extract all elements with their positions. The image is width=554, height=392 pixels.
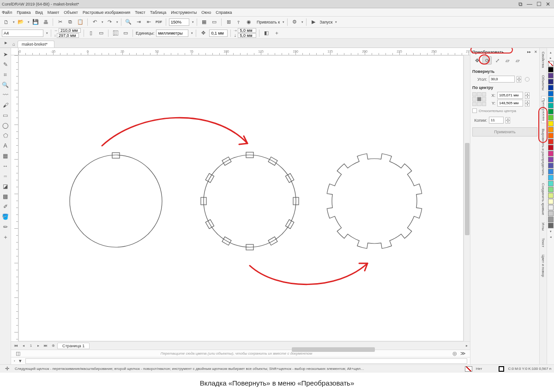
menu-tools[interactable]: Инструменты — [171, 10, 197, 15]
apply-button[interactable]: Применить — [472, 127, 537, 137]
menu-help[interactable]: Справка — [216, 10, 232, 15]
undo-icon[interactable]: ↶ — [90, 18, 99, 26]
vertical-scrollbar[interactable] — [464, 55, 470, 341]
side-tab-join[interactable]: Соединить кривые — [541, 181, 545, 217]
pdf-icon[interactable]: PDF — [155, 18, 163, 26]
open-icon[interactable]: 📂 — [17, 18, 25, 26]
import-icon[interactable]: ⇥ — [134, 18, 143, 26]
menu-object[interactable]: Объект — [64, 10, 78, 15]
rotate-tab-icon[interactable]: ⟳ — [482, 56, 492, 65]
skew-tab-icon[interactable]: ▱ — [513, 56, 522, 65]
menu-layout[interactable]: Макет — [48, 10, 59, 15]
welcome-tab-icon[interactable]: ⌂ — [10, 40, 18, 48]
outline-tool-icon[interactable]: ✏ — [1, 222, 10, 232]
launch-icon[interactable]: ▶ — [309, 18, 318, 26]
add-page-icon[interactable]: ⊕ — [50, 343, 56, 349]
direction-indicator-icon[interactable] — [525, 77, 530, 82]
color-swatch[interactable] — [548, 175, 554, 180]
color-swatch[interactable] — [548, 127, 554, 132]
side-tab-transform[interactable]: Преобразова — [541, 96, 546, 123]
color-swatch[interactable] — [548, 73, 554, 78]
add-button-icon[interactable]: ＋ — [272, 29, 281, 37]
side-tab-align[interactable]: Выровнять и распределить — [541, 127, 545, 178]
page-height-input[interactable] — [57, 33, 79, 38]
color-swatch[interactable] — [548, 139, 554, 144]
add-tool-icon[interactable]: ＋ — [1, 232, 10, 242]
copies-spinner[interactable]: ▴▾ — [506, 117, 510, 124]
scroll-right-icon[interactable]: ▸ — [464, 343, 470, 349]
paste-icon[interactable]: 📋 — [76, 18, 84, 26]
cmd-history-icon[interactable]: ▾ — [17, 358, 24, 364]
color-swatch[interactable] — [548, 181, 554, 186]
color-swatch[interactable] — [548, 67, 554, 72]
dup-x-input[interactable] — [238, 28, 256, 33]
save-icon[interactable]: 💾 — [31, 18, 40, 26]
nudge-input[interactable] — [209, 30, 228, 37]
color-swatch[interactable] — [548, 85, 554, 90]
fill-tool-icon[interactable]: 🪣 — [1, 212, 10, 221]
color-swatch[interactable] — [548, 157, 554, 162]
hint-close-icon[interactable]: ≫ — [459, 350, 467, 358]
no-color-swatch[interactable] — [548, 61, 554, 66]
color-swatch[interactable] — [548, 223, 554, 228]
next-page-icon[interactable]: ▸ — [35, 343, 42, 349]
search-content-icon[interactable]: 🔍 — [124, 18, 132, 26]
landscape-icon[interactable]: ▭ — [97, 29, 105, 37]
export-icon[interactable]: ⇤ — [145, 18, 153, 26]
print-icon[interactable]: 🖶 — [42, 18, 50, 26]
scale-tab-icon[interactable]: ⤢ — [493, 56, 502, 65]
ruler-origin[interactable] — [11, 48, 18, 55]
color-swatch[interactable] — [548, 187, 554, 192]
show-rulers-icon[interactable]: ▭ — [210, 18, 218, 26]
shape-tool-icon[interactable]: ✎ — [1, 60, 10, 69]
maximize-icon[interactable]: ☐ — [535, 1, 543, 7]
hint-icon[interactable]: ◫ — [14, 350, 22, 358]
docker-pin-icon[interactable]: ▸ — [2, 38, 10, 47]
center-y-input[interactable] — [497, 100, 523, 107]
color-swatch[interactable] — [548, 133, 554, 138]
freehand-tool-icon[interactable]: 〰 — [1, 90, 10, 100]
x-spinner[interactable]: ▴▾ — [525, 92, 530, 99]
relative-center-checkbox[interactable] — [472, 108, 477, 113]
anchor-grid[interactable] — [472, 92, 486, 106]
palette-up-icon[interactable]: ▴ — [550, 50, 552, 55]
launch-label[interactable]: Запуск — [319, 20, 332, 24]
color-swatch[interactable] — [548, 103, 554, 108]
dimension-tool-icon[interactable]: ↔ — [1, 161, 10, 171]
copy-icon[interactable]: ⧉ — [66, 18, 74, 26]
center-x-input[interactable] — [497, 92, 523, 99]
prev-page-icon[interactable]: ◂ — [20, 343, 27, 349]
color-swatch[interactable] — [548, 145, 554, 150]
crop-tool-icon[interactable]: ⌗ — [1, 70, 10, 79]
menu-text[interactable]: Текст — [135, 10, 145, 15]
docker-close-icon[interactable]: ✕ — [533, 49, 538, 54]
artistic-media-icon[interactable]: 🖌 — [1, 101, 10, 110]
angle-spinner[interactable]: ▴▾ — [517, 76, 521, 83]
page-width-input[interactable] — [59, 28, 81, 33]
popout-icon[interactable]: ⧉ — [516, 1, 524, 7]
menu-view[interactable]: Вид — [36, 10, 43, 15]
menu-bitmap[interactable]: Растровые изображения — [83, 10, 130, 15]
color-swatch[interactable] — [548, 115, 554, 120]
color-swatch[interactable] — [548, 211, 554, 216]
first-page-icon[interactable]: ⏮ — [13, 343, 19, 349]
snap-grid-icon[interactable]: ⊞ — [224, 18, 233, 26]
ellipse-tool-icon[interactable]: ◯ — [1, 121, 10, 130]
snap-objects-icon[interactable]: ◉ — [245, 18, 253, 26]
current-page-icon[interactable]: ▭ — [121, 29, 130, 37]
color-swatch[interactable] — [548, 169, 554, 174]
page-tab[interactable]: Страница 1 — [57, 343, 90, 349]
side-tab-properties[interactable]: Свойства — [541, 50, 545, 70]
units-select[interactable] — [156, 30, 188, 37]
position-tab-icon[interactable]: ✥ — [472, 56, 482, 65]
color-swatch[interactable] — [548, 91, 554, 96]
transparency-tool-icon[interactable]: ▩ — [1, 192, 10, 201]
new-doc-icon[interactable]: 🗋 — [2, 18, 10, 26]
table-tool-icon[interactable]: ▦ — [1, 151, 10, 160]
pick-tool-icon[interactable]: ➤ — [1, 50, 10, 59]
snap-guides-icon[interactable]: ⫯ — [235, 18, 243, 26]
side-tab-text[interactable]: Текст — [541, 236, 545, 249]
fullscreen-preview-icon[interactable]: ▦ — [200, 18, 208, 26]
vertical-ruler[interactable] — [11, 55, 18, 341]
zoom-input[interactable] — [169, 18, 189, 26]
